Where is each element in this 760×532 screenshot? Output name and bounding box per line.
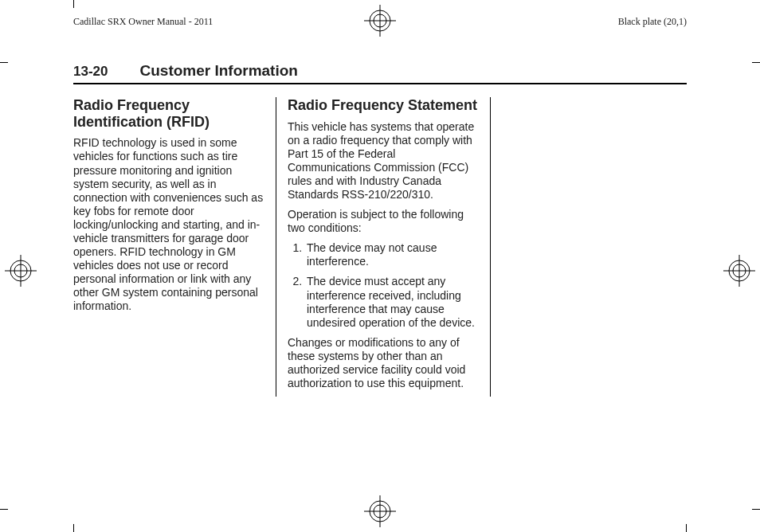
- crop-tick: [686, 524, 687, 532]
- rf-statement-p2: Operation is subject to the following tw…: [288, 208, 479, 235]
- svg-point-9: [733, 264, 746, 277]
- crop-tick: [0, 509, 8, 510]
- column-2: Radio Frequency Statement This vehicle h…: [276, 97, 490, 397]
- rf-statement-p1: This vehicle has systems that operate on…: [288, 120, 479, 201]
- list-item: The device may not cause interference.: [305, 241, 479, 268]
- rf-statement-heading: Radio Frequency Statement: [288, 97, 479, 114]
- crop-tick: [73, 524, 74, 532]
- list-item: The device must accept any interference …: [305, 275, 479, 329]
- column-3: [490, 97, 686, 397]
- svg-point-8: [729, 260, 750, 281]
- registration-mark-icon: [723, 255, 755, 287]
- rf-statement-p3: Changes or modifications to any of these…: [288, 336, 479, 390]
- rf-statement-conditions: The device may not cause interference. T…: [288, 241, 479, 329]
- svg-point-5: [14, 264, 27, 277]
- column-1: Radio Frequency Identification (RFID) RF…: [73, 97, 276, 397]
- crop-tick: [0, 62, 8, 63]
- page: Cadillac SRX Owner Manual - 2011 Black p…: [0, 0, 760, 532]
- plate-label: Black plate (20,1): [618, 16, 687, 28]
- crop-tick: [73, 0, 74, 8]
- column-layout: Radio Frequency Identification (RFID) RF…: [73, 97, 687, 397]
- crop-tick: [752, 62, 760, 63]
- rfid-body: RFID technology is used in some vehicles…: [73, 136, 264, 313]
- content-area: 13-20 Customer Information Radio Frequen…: [73, 62, 687, 510]
- print-meta-row: Cadillac SRX Owner Manual - 2011 Black p…: [73, 16, 687, 28]
- crop-tick: [752, 509, 760, 510]
- doc-title: Cadillac SRX Owner Manual - 2011: [73, 16, 213, 28]
- rfid-heading: Radio Frequency Identification (RFID): [73, 97, 264, 130]
- svg-point-4: [10, 260, 31, 281]
- page-number: 13-20: [73, 64, 108, 80]
- registration-mark-icon: [5, 255, 37, 287]
- page-header: 13-20 Customer Information: [73, 62, 687, 84]
- section-title: Customer Information: [139, 62, 297, 80]
